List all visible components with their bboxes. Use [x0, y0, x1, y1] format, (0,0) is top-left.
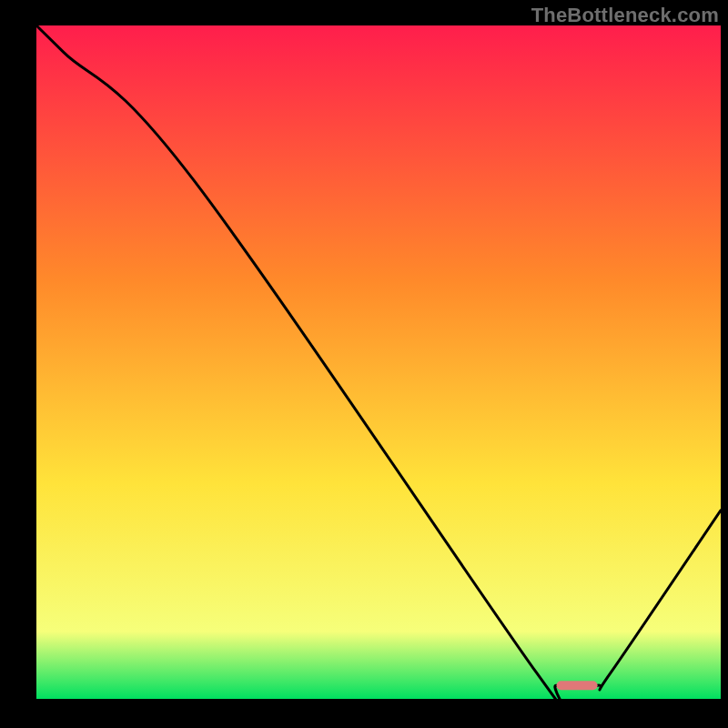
chart-frame: TheBottleneck.com	[0, 0, 728, 728]
plot-area	[36, 25, 721, 699]
highlight-marker	[557, 681, 598, 690]
watermark-text: TheBottleneck.com	[531, 4, 719, 27]
gradient-background	[36, 25, 721, 699]
plot-svg	[36, 25, 721, 699]
